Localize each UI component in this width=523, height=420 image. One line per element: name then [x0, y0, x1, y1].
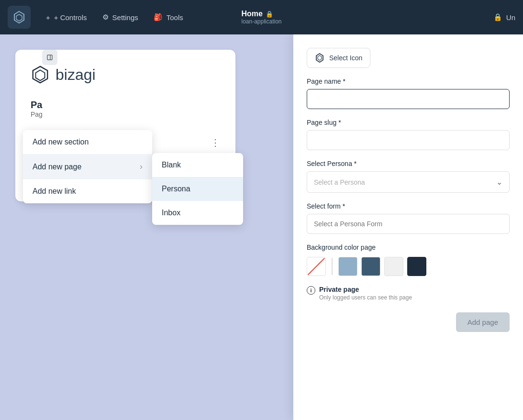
tools-menu-item[interactable]: 🎒 Tools [154, 13, 183, 22]
select-form-label: Select form * [307, 202, 510, 210]
page-slug-label: Page slug * [307, 119, 510, 126]
secondary-dropdown: Blank Persona Inbox [152, 153, 243, 225]
select-persona-placeholder-text: Select a Persona [314, 178, 365, 186]
select-persona-label: Select Persona * [307, 160, 510, 167]
select-form-group: Select form * [307, 202, 510, 234]
home-title: Home [241, 10, 262, 18]
private-section: i Private page Only logged users can see… [307, 286, 510, 301]
add-section-item[interactable]: Add new section [23, 130, 152, 154]
settings-menu-item[interactable]: ⚙ Settings [102, 13, 138, 22]
page-name-input[interactable] [307, 89, 510, 109]
lock-right-icon: 🔒 [493, 13, 502, 22]
logo[interactable] [8, 6, 31, 29]
dots-menu-icon[interactable]: ⋮ [211, 137, 220, 148]
page-name-group: Page name * [307, 77, 510, 109]
svg-marker-3 [35, 70, 45, 80]
page-sub-label: Pag [31, 111, 220, 118]
blank-item[interactable]: Blank [152, 153, 243, 177]
color-swatch-light-blue[interactable] [338, 257, 357, 276]
svg-marker-7 [318, 55, 322, 60]
select-persona-dropdown[interactable]: Select a Persona ⌄ [307, 171, 510, 193]
svg-marker-1 [16, 14, 22, 21]
main-content: bizagi Pa Pag Add new ⋮ [0, 34, 523, 420]
select-icon-button[interactable]: Select Icon [307, 48, 370, 68]
color-swatch-white[interactable] [384, 257, 403, 276]
color-swatch-dark-blue[interactable] [361, 257, 380, 276]
controls-icon: + [46, 13, 50, 22]
page-slug-group: Page slug * [307, 119, 510, 150]
gear-icon: ⚙ [102, 13, 109, 22]
navbar-center: Home 🔒 loan-application [241, 10, 281, 25]
unlock-label: Un [506, 13, 515, 22]
select-form-input[interactable] [307, 214, 510, 234]
collapse-icon[interactable] [42, 50, 57, 65]
private-desc: Only logged users can see this page [319, 294, 412, 301]
controls-menu-item[interactable]: + + Controls [46, 13, 87, 22]
right-panel: Select Icon Page name * Page slug * Sele… [293, 34, 523, 420]
inbox-item[interactable]: Inbox [152, 201, 243, 225]
add-link-item[interactable]: Add new link [23, 179, 152, 203]
bizagi-logo: bizagi [31, 65, 220, 84]
subtitle: loan-application [241, 18, 281, 25]
select-persona-group: Select Persona * Select a Persona ⌄ [307, 160, 510, 193]
bg-color-label: Background color page [307, 243, 510, 251]
select-persona-wrapper: Select a Persona ⌄ [307, 171, 510, 193]
color-swatch-none[interactable] [307, 257, 326, 276]
left-panel: bizagi Pa Pag Add new ⋮ [0, 34, 287, 420]
page-name-label: Page name * [307, 77, 510, 85]
color-swatch-black[interactable] [407, 257, 426, 276]
add-page-item[interactable]: Add new page › [23, 154, 152, 179]
lock-icon: 🔒 [266, 11, 273, 18]
tools-icon: 🎒 [154, 13, 163, 22]
color-divider [332, 258, 333, 275]
page-title-area: Pa Pag [31, 99, 220, 118]
page-section-label: Pa [31, 99, 220, 111]
persona-item[interactable]: Persona [152, 177, 243, 201]
bizagi-text: bizagi [56, 66, 96, 84]
chevron-down-icon: ⌄ [496, 177, 502, 187]
page-indicator [42, 50, 57, 65]
page-slug-input[interactable] [307, 130, 510, 150]
navbar: + + Controls ⚙ Settings 🎒 Tools Home 🔒 l… [0, 0, 523, 34]
info-icon: i [307, 286, 315, 295]
navbar-right: 🔒 Un [493, 13, 523, 22]
add-page-button[interactable]: Add page [456, 312, 510, 332]
private-title: Private page [319, 286, 412, 293]
primary-dropdown: Add new section Add new page › Add new l… [23, 130, 152, 203]
private-text: Private page Only logged users can see t… [319, 286, 412, 301]
bg-color-group: Background color page [307, 243, 510, 276]
svg-rect-4 [47, 55, 52, 60]
color-swatches [307, 257, 510, 276]
chevron-right-icon: › [140, 162, 143, 172]
svg-marker-6 [316, 54, 323, 62]
